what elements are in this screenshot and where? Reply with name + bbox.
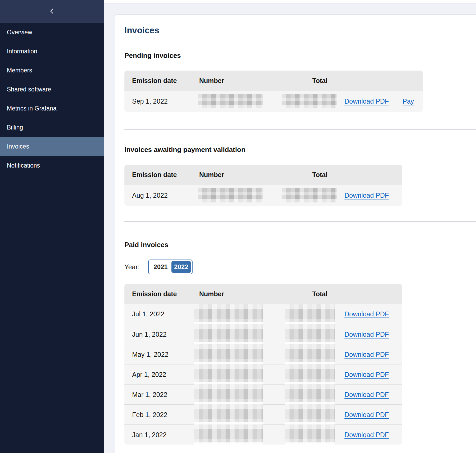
- table-row: Mar 1, 2022 Download PDF: [124, 384, 402, 404]
- invoice-totals-redacted-column: [285, 304, 335, 445]
- sidebar-item-label: Overview: [7, 29, 32, 36]
- sidebar-item-shared-software[interactable]: Shared software: [0, 80, 104, 99]
- emission-date-cell: Feb 1, 2022: [132, 411, 167, 418]
- download-pdf-link[interactable]: Download PDF: [344, 411, 389, 418]
- table-body: Sep 1, 2022 Download PDF Pay: [124, 91, 423, 112]
- table-row: Jun 1, 2022 Download PDF: [124, 324, 402, 344]
- table-header: Emission date Number Total: [124, 71, 423, 91]
- pay-link[interactable]: Pay: [403, 98, 414, 105]
- download-pdf-link[interactable]: Download PDF: [344, 391, 389, 398]
- emission-date-cell: Sep 1, 2022: [132, 98, 168, 105]
- collapse-sidebar-button[interactable]: [47, 6, 57, 17]
- download-pdf-link[interactable]: Download PDF: [344, 330, 389, 338]
- download-pdf-link[interactable]: Download PDF: [344, 371, 389, 378]
- pending-invoices-table: Emission date Number Total Sep 1, 2022 D…: [124, 71, 423, 112]
- sidebar-item-members[interactable]: Members: [0, 61, 104, 80]
- emission-date-cell: Apr 1, 2022: [132, 371, 166, 378]
- sidebar-item-metrics-in-grafana[interactable]: Metrics in Grafana: [0, 99, 104, 118]
- invoices-card: Invoices Pending invoices Emission date …: [115, 15, 476, 453]
- sidebar-item-information[interactable]: Information: [0, 42, 104, 61]
- sidebar-item-label: Invoices: [7, 143, 29, 150]
- table-row: Jul 1, 2022 Download PDF: [124, 304, 402, 324]
- invoice-number-redacted: [198, 188, 263, 202]
- table-header: Emission date Number Total: [124, 165, 402, 185]
- column-header-number: Number: [199, 77, 224, 85]
- sidebar-item-label: Members: [7, 67, 32, 74]
- sidebar-item-overview[interactable]: Overview: [0, 23, 104, 42]
- download-pdf-link[interactable]: Download PDF: [344, 192, 389, 199]
- table-row: Jan 1, 2022 Download PDF: [124, 424, 402, 445]
- invoice-total-redacted: [282, 94, 337, 108]
- column-header-total: Total: [299, 290, 341, 298]
- sidebar-item-billing[interactable]: Billing: [0, 118, 104, 137]
- download-pdf-link[interactable]: Download PDF: [344, 98, 389, 105]
- invoice-number-redacted: [198, 94, 263, 108]
- emission-date-cell: Aug 1, 2022: [132, 192, 168, 199]
- download-pdf-link[interactable]: Download PDF: [344, 310, 389, 318]
- table-body: Jul 1, 2022 Download PDF Jun 1, 2022 Dow…: [124, 304, 402, 445]
- year-filter: Year: 2021 2022: [124, 260, 193, 274]
- download-pdf-link[interactable]: Download PDF: [344, 431, 389, 438]
- section-divider: [124, 129, 476, 130]
- awaiting-validation-heading: Invoices awaiting payment validation: [124, 146, 245, 153]
- invoice-numbers-redacted-column: [194, 304, 263, 445]
- table-row: Apr 1, 2022 Download PDF: [124, 364, 402, 384]
- table-body: Aug 1, 2022 Download PDF: [124, 185, 402, 206]
- table-row: Sep 1, 2022 Download PDF Pay: [124, 91, 423, 112]
- sidebar-nav: Overview Information Members Shared soft…: [0, 23, 104, 175]
- table-row: May 1, 2022 Download PDF: [124, 344, 402, 364]
- top-bar: [104, 0, 476, 3]
- sidebar-item-label: Notifications: [7, 162, 40, 169]
- paid-invoices-heading: Paid invoices: [124, 241, 168, 248]
- sidebar: Overview Information Members Shared soft…: [0, 0, 104, 453]
- table-row: Feb 1, 2022 Download PDF: [124, 404, 402, 424]
- invoice-total-redacted: [282, 188, 337, 202]
- sidebar-item-notifications[interactable]: Notifications: [0, 156, 104, 175]
- emission-date-cell: Jul 1, 2022: [132, 310, 164, 318]
- year-option-2021[interactable]: 2021: [150, 261, 171, 273]
- section-divider: [124, 221, 476, 222]
- page-title: Invoices: [124, 25, 159, 35]
- year-toggle: 2021 2022: [148, 260, 193, 274]
- table-header: Emission date Number Total: [124, 284, 402, 304]
- column-header-number: Number: [199, 290, 224, 298]
- download-pdf-link[interactable]: Download PDF: [344, 350, 389, 358]
- year-option-2022[interactable]: 2022: [171, 261, 191, 273]
- awaiting-validation-table: Emission date Number Total Aug 1, 2022 D…: [124, 165, 402, 206]
- main-area: Invoices Pending invoices Emission date …: [104, 0, 476, 453]
- emission-date-cell: Mar 1, 2022: [132, 391, 167, 398]
- column-header-number: Number: [199, 171, 224, 179]
- emission-date-cell: Jun 1, 2022: [132, 330, 167, 338]
- column-header-total: Total: [299, 77, 341, 85]
- sidebar-item-label: Shared software: [7, 86, 51, 93]
- table-row: Aug 1, 2022 Download PDF: [124, 185, 402, 206]
- chevron-left-icon: [49, 8, 55, 15]
- column-header-total: Total: [299, 171, 341, 179]
- emission-date-cell: Jan 1, 2022: [132, 431, 167, 438]
- sidebar-item-label: Information: [7, 48, 37, 55]
- sidebar-item-label: Metrics in Grafana: [7, 105, 57, 112]
- emission-date-cell: May 1, 2022: [132, 350, 169, 358]
- pending-invoices-heading: Pending invoices: [124, 52, 181, 59]
- column-header-emission-date: Emission date: [132, 290, 177, 298]
- sidebar-item-label: Billing: [7, 124, 23, 131]
- sidebar-header: [0, 0, 104, 23]
- column-header-emission-date: Emission date: [132, 77, 177, 85]
- sidebar-item-invoices[interactable]: Invoices: [0, 137, 104, 156]
- paid-invoices-table: Emission date Number Total Jul 1, 2022 D…: [124, 284, 402, 445]
- column-header-emission-date: Emission date: [132, 171, 177, 179]
- year-label: Year:: [124, 263, 148, 271]
